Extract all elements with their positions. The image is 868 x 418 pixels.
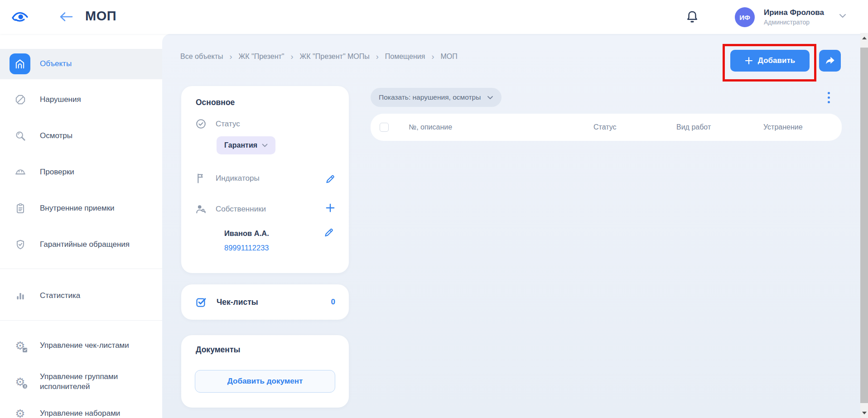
plus-icon [745, 57, 753, 65]
select-all-checkbox[interactable] [380, 123, 389, 132]
sidebar-item-internal-acceptances[interactable]: Внутренние приемки [0, 196, 162, 221]
add-button-label: Добавить [758, 56, 795, 65]
sidebar-item-label: Нарушения [40, 95, 149, 105]
owners-label: Собственники [216, 205, 266, 214]
sidebar-item-manage-sets[interactable]: ⚙ Управление наборами [0, 401, 162, 418]
owner-phone-link[interactable]: 89991112233 [224, 244, 269, 252]
vertical-scrollbar [860, 33, 868, 418]
flag-icon [195, 172, 207, 184]
sidebar-item-label: Проверки [40, 167, 149, 177]
gear-check-icon: ⚙ [14, 340, 26, 352]
column-header-status: Статус [593, 123, 617, 131]
add-document-button[interactable]: Добавить документ [195, 370, 335, 393]
share-icon [824, 55, 836, 66]
home-icon [10, 53, 30, 74]
owner-name: Иванов А.А. [224, 229, 269, 238]
scrollbar-up-button[interactable] [860, 33, 868, 43]
add-button[interactable]: Добавить [730, 50, 810, 72]
card-title: Основное [196, 98, 235, 107]
sidebar-item-violations[interactable]: Нарушения [0, 87, 162, 112]
bar-chart-icon [14, 290, 26, 302]
chevron-down-icon[interactable] [839, 14, 846, 18]
breadcrumb-separator: › [431, 53, 434, 61]
chevron-down-icon [487, 96, 493, 100]
back-arrow-icon[interactable] [57, 10, 75, 24]
status-value: Гарантия [224, 141, 257, 149]
column-header-elimination: Устранение [763, 123, 803, 131]
user-name: Ирина Фролова [764, 8, 824, 17]
status-label: Статус [216, 120, 240, 129]
breadcrumb-separator: › [376, 53, 379, 61]
show-filter-dropdown[interactable]: Показать: нарушения, осмотры [371, 88, 502, 107]
sidebar: Объекты Нарушения Осмотры [0, 34, 162, 418]
checklists-card[interactable]: Чек-листы 0 [181, 284, 349, 320]
breadcrumb-item[interactable]: ЖК "Презент" [238, 53, 284, 61]
avatar[interactable]: ИФ [735, 7, 755, 27]
checklist-icon [195, 296, 207, 308]
helmet-icon [14, 166, 26, 178]
eye-logo[interactable] [11, 9, 29, 24]
user-role: Администратор [764, 19, 810, 26]
sidebar-item-label: Объекты [40, 59, 149, 69]
scrollbar-thumb[interactable] [860, 48, 868, 403]
sidebar-item-checks[interactable]: Проверки [0, 159, 162, 185]
column-header-description: №, описание [409, 123, 452, 131]
sidebar-item-label: Управление чек-листами [40, 341, 149, 351]
owners-person-key-icon [195, 203, 207, 215]
breadcrumb-item[interactable]: Все объекты [180, 53, 223, 61]
sidebar-item-label: Управление группами исполнителей [40, 372, 149, 392]
breadcrumb: Все объекты › ЖК "Презент" › ЖК "Презент… [180, 53, 458, 61]
notification-bell-icon[interactable] [685, 10, 699, 25]
gear-icon: ⚙ [14, 408, 26, 418]
main-content: Все объекты › ЖК "Презент" › ЖК "Презент… [162, 34, 860, 418]
edit-owner-pencil-icon[interactable] [323, 226, 335, 238]
sidebar-item-label: Статистика [40, 291, 149, 301]
edit-indicators-pencil-icon[interactable] [324, 173, 336, 185]
checklists-label: Чек-листы [217, 298, 258, 307]
breadcrumb-item[interactable]: Помещения [385, 53, 425, 61]
documents-title: Документы [196, 345, 240, 355]
violation-icon [14, 94, 26, 106]
checklists-count: 0 [331, 298, 335, 307]
app-header: МОП ИФ Ирина Фролова Администратор [0, 0, 868, 34]
sidebar-item-label: Внутренние приемки [40, 203, 149, 213]
sidebar-item-statistics[interactable]: Статистика [0, 283, 162, 308]
breadcrumb-item[interactable]: ЖК "Презент" МОПы [300, 53, 370, 61]
sidebar-divider [0, 320, 162, 321]
main-info-card: Основное Статус Гарантия Индикаторы [181, 86, 349, 273]
search-icon [14, 130, 26, 142]
shield-check-icon [14, 239, 26, 251]
breadcrumb-item-current: МОП [440, 53, 457, 61]
sidebar-item-label: Осмотры [40, 131, 149, 141]
indicators-label: Индикаторы [216, 174, 260, 183]
scrollbar-down-button[interactable] [860, 408, 868, 418]
clipboard-icon [14, 202, 26, 215]
sidebar-item-objects[interactable]: Объекты [0, 49, 162, 79]
breadcrumb-separator: › [229, 53, 232, 61]
sidebar-item-label: Гарантийные обращения [40, 240, 149, 250]
records-table-header: №, описание Статус Вид работ Устранение [371, 114, 842, 141]
chevron-down-icon [262, 144, 268, 147]
add-owner-plus-icon[interactable] [324, 202, 336, 214]
status-dropdown[interactable]: Гарантия [217, 136, 275, 154]
documents-card: Документы Добавить документ [181, 335, 349, 408]
page-title: МОП [85, 9, 116, 24]
app-window: МОП ИФ Ирина Фролова Администратор Объек… [0, 0, 868, 418]
gear-user-icon: ⚙ [14, 376, 26, 388]
share-button[interactable] [819, 50, 841, 72]
sidebar-item-warranty-requests[interactable]: Гарантийные обращения [0, 232, 162, 257]
more-options-menu[interactable] [825, 90, 833, 105]
sidebar-item-inspections[interactable]: Осмотры [0, 123, 162, 149]
breadcrumb-separator: › [291, 53, 294, 61]
sidebar-item-manage-checklists[interactable]: ⚙ Управление чек-листами [0, 333, 162, 358]
sidebar-divider [0, 269, 162, 269]
status-circle-check-icon [195, 118, 207, 130]
sidebar-item-label: Управление наборами [40, 408, 149, 418]
sidebar-item-manage-executor-groups[interactable]: ⚙ Управление группами исполнителей [0, 369, 162, 394]
column-header-work-type: Вид работ [676, 123, 711, 131]
filter-label: Показать: нарушения, осмотры [379, 93, 481, 101]
